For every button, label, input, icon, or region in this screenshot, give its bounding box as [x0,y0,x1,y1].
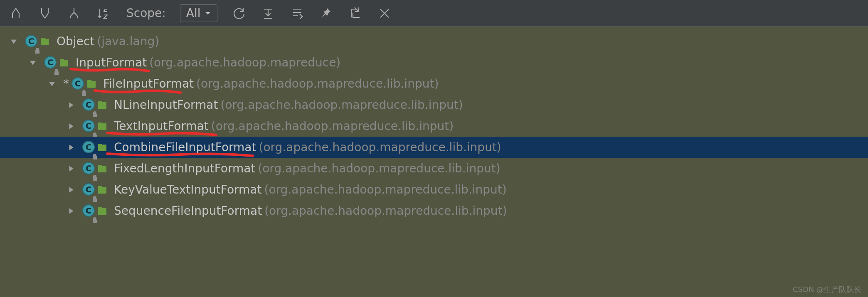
hierarchy-supertypes-icon[interactable] [8,6,23,21]
package-name: (org.apache.hadoop.mapreduce.lib.input) [196,77,439,91]
expand-arrow[interactable] [27,57,38,68]
svg-rect-10 [98,145,106,151]
scope-dropdown[interactable]: All [180,4,218,22]
package-name: (org.apache.hadoop.mapreduce) [149,56,340,69]
package-name: (org.apache.hadoop.mapreduce.lib.input) [211,119,454,133]
autoscroll-to-source-icon[interactable] [261,6,276,21]
tree-row[interactable]: * C NLineInputFormat (org.apache.hadoop.… [0,94,868,115]
tree-row[interactable]: * C KeyValueTextInputFormat (org.apache.… [0,179,868,200]
package-icon [97,206,108,216]
hierarchy-subtypes-icon[interactable] [37,6,52,21]
package-name: (org.apache.hadoop.mapreduce.lib.input) [264,183,506,196]
expand-arrow[interactable] [66,163,76,174]
hierarchy-tree: * C Object (java.lang) * C InputFormat (… [0,27,868,297]
autoscroll-from-source-icon[interactable] [290,6,305,21]
tree-row[interactable]: * C FixedLengthInputFormat (org.apache.h… [0,158,868,179]
tree-row[interactable]: * C TextInputFormat (org.apache.hadoop.m… [0,115,868,137]
package-icon [40,36,51,47]
svg-rect-5 [87,80,91,82]
svg-rect-0 [41,39,49,45]
package-icon [97,100,108,110]
svg-rect-17 [98,207,102,209]
toolbar: Scope: All [0,0,868,27]
svg-rect-12 [98,166,106,172]
class-icon: C [82,98,96,112]
class-name: NLineInputFormat [114,98,218,112]
class-icon: C [82,183,96,196]
expand-arrow[interactable] [66,142,76,153]
chevron-down-icon [205,10,211,17]
package-name: (org.apache.hadoop.mapreduce.lib.input) [259,140,501,154]
svg-rect-7 [98,101,102,103]
class-icon: C [25,35,38,48]
package-name: (org.apache.hadoop.mapreduce.lib.input) [220,98,463,112]
tree-row[interactable]: * C InputFormat (org.apache.hadoop.mapre… [0,52,868,73]
class-icon: C [82,141,96,154]
class-name: TextInputFormat [114,119,209,133]
class-name: FileInputFormat [103,77,194,91]
svg-rect-11 [98,144,102,145]
expand-arrow[interactable] [66,184,76,195]
package-icon [97,163,108,174]
class-name: Object [57,34,94,48]
expand-arrow[interactable] [66,100,76,110]
svg-rect-14 [98,187,106,194]
svg-rect-4 [87,81,96,88]
class-name: InputFormat [76,56,147,69]
svg-rect-1 [41,38,45,39]
class-icon: C [72,77,85,91]
pin-icon[interactable] [319,6,334,21]
class-name: SequenceFileInputFormat [114,204,262,218]
class-name: FixedLengthInputFormat [114,162,255,175]
package-icon [97,121,108,132]
export-icon[interactable] [348,6,363,21]
refresh-icon[interactable] [232,6,247,21]
class-icon: C [82,204,96,218]
class-icon: C [82,120,96,133]
svg-rect-2 [60,60,68,66]
abstract-marker: * [63,77,69,91]
expand-arrow[interactable] [66,206,76,216]
package-name: (org.apache.hadoop.mapreduce.lib.input) [264,204,507,218]
package-icon [86,79,97,89]
package-icon [97,142,108,153]
scope-label: Scope: [126,6,166,20]
scope-value: All [186,6,201,20]
hierarchy-class-icon[interactable] [67,6,81,21]
expand-arrow[interactable] [8,36,19,47]
class-name: KeyValueTextInputFormat [114,183,261,196]
package-icon [97,184,108,195]
tree-row[interactable]: * C SequenceFileInputFormat (org.apache.… [0,200,868,221]
tree-row[interactable]: * C Object (java.lang) [0,31,868,52]
svg-rect-16 [98,208,106,215]
watermark: CSDN @生产队队长 [793,285,861,295]
expand-arrow[interactable] [66,121,76,132]
tree-row[interactable]: * C CombineFileInputFormat (org.apache.h… [0,137,868,158]
svg-rect-9 [98,123,102,124]
svg-rect-3 [60,59,64,61]
svg-rect-6 [98,102,106,109]
class-name: CombineFileInputFormat [114,140,256,154]
class-icon: C [44,56,57,69]
expand-arrow[interactable] [47,79,57,89]
svg-rect-8 [98,123,106,130]
package-name: (java.lang) [97,34,159,48]
package-name: (org.apache.hadoop.mapreduce.lib.input) [258,162,500,175]
class-icon: C [82,162,96,175]
sort-alphabetically-icon[interactable] [96,6,111,21]
svg-rect-15 [98,186,102,188]
svg-rect-13 [98,165,102,167]
package-icon [59,57,70,68]
close-icon[interactable] [377,6,392,21]
tree-row[interactable]: * C FileInputFormat (org.apache.hadoop.m… [0,73,868,94]
